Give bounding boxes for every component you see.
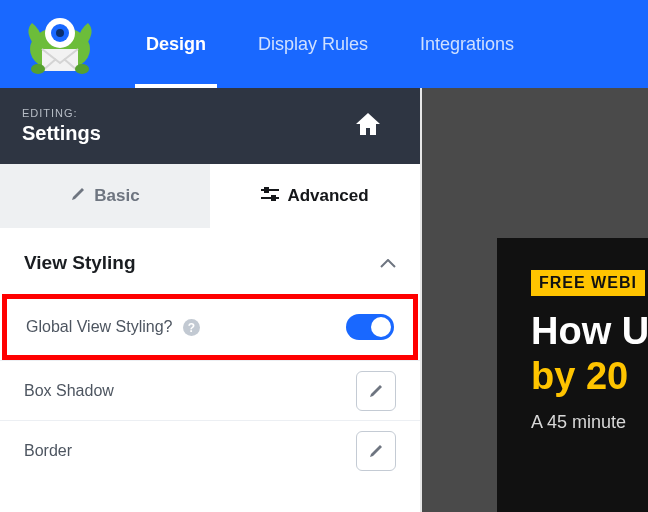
subtab-advanced-label: Advanced (287, 186, 368, 206)
box-shadow-label: Box Shadow (24, 382, 114, 400)
nav-tabs: Design Display Rules Integrations (120, 0, 540, 88)
promo-heading-1: How U (531, 310, 648, 353)
subtab-advanced[interactable]: Advanced (210, 164, 420, 228)
section-view-styling[interactable]: View Styling (0, 228, 420, 294)
global-view-styling-label: Global View Styling? (26, 318, 172, 335)
home-icon[interactable] (356, 113, 380, 139)
brand-logo (20, 4, 100, 84)
settings-sidebar: EDITING: Settings Basic (0, 88, 422, 512)
svg-point-6 (75, 64, 89, 74)
subtab-basic[interactable]: Basic (0, 164, 210, 228)
border-label: Border (24, 442, 72, 460)
row-box-shadow: Box Shadow (0, 360, 420, 420)
subtabs: Basic Advanced (0, 164, 420, 228)
tab-display-rules[interactable]: Display Rules (232, 0, 394, 88)
promo-card: FREE WEBI How U by 20 A 45 minute (497, 238, 648, 512)
editing-title: Settings (22, 122, 101, 145)
promo-badge: FREE WEBI (531, 270, 645, 296)
top-nav-bar: Design Display Rules Integrations (0, 0, 648, 88)
sliders-icon (261, 186, 279, 206)
tab-design[interactable]: Design (120, 0, 232, 88)
subtab-basic-label: Basic (94, 186, 139, 206)
main-area: EDITING: Settings Basic (0, 88, 648, 512)
svg-rect-10 (272, 196, 275, 200)
editing-bar: EDITING: Settings (0, 88, 420, 164)
promo-heading-2: by 20 (531, 355, 648, 398)
editing-label: EDITING: (22, 107, 101, 119)
row-border: Border (0, 420, 420, 480)
pencil-icon (70, 186, 86, 207)
section-view-styling-title: View Styling (24, 252, 136, 274)
preview-pane: FREE WEBI How U by 20 A 45 minute (422, 88, 648, 512)
tab-integrations[interactable]: Integrations (394, 0, 540, 88)
svg-rect-9 (265, 188, 268, 192)
box-shadow-edit-button[interactable] (356, 371, 396, 411)
help-icon[interactable]: ? (183, 319, 200, 336)
promo-subtext: A 45 minute (531, 412, 648, 433)
svg-point-3 (56, 29, 64, 37)
chevron-up-icon (380, 252, 396, 274)
global-view-styling-toggle[interactable] (346, 314, 394, 340)
row-global-view-styling: Global View Styling? ? (2, 294, 418, 360)
svg-point-5 (31, 64, 45, 74)
border-edit-button[interactable] (356, 431, 396, 471)
